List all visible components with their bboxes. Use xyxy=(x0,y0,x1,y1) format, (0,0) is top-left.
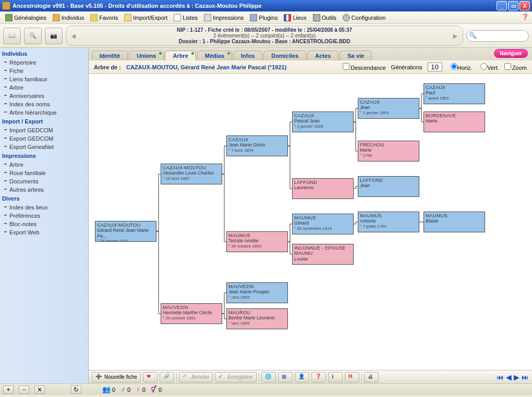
descendance-checkbox[interactable]: Descendance xyxy=(343,63,385,71)
sidebar-item[interactable]: Export Web xyxy=(0,228,88,237)
orientation-horiz[interactable]: Horiz. xyxy=(448,63,473,71)
tree-node[interactable]: CAZAUX-MOUTOUGérard René Jean Marie Pa..… xyxy=(95,221,156,242)
next-record-button-2[interactable]: ▶ xyxy=(514,373,519,381)
menu-configuration[interactable]: Configuration xyxy=(340,13,389,22)
sidebar-item[interactable]: Documents xyxy=(0,177,88,185)
tab-unions[interactable]: Unions xyxy=(129,51,164,60)
sidebar-item[interactable]: Import GEDCOM xyxy=(0,126,88,134)
menu-individus[interactable]: Individus xyxy=(50,13,87,22)
tab-domiciles[interactable]: Domiciles xyxy=(263,51,306,60)
history-button[interactable]: 📖 xyxy=(3,28,21,44)
help-icon[interactable]: ❓ xyxy=(522,14,530,22)
new-record-button[interactable]: ➕Nouvelle fiche xyxy=(92,372,141,382)
menu-impressions[interactable]: Impressions xyxy=(201,13,247,22)
menu-listes[interactable]: Listes xyxy=(171,13,201,22)
tree-node[interactable]: INCONNUE - EPOUSE MAUMULouise xyxy=(292,244,354,265)
tab-identité[interactable]: Identité xyxy=(92,51,128,60)
prev-record-button[interactable]: ◄ xyxy=(69,32,78,40)
status-remove-button[interactable]: − xyxy=(19,386,29,394)
sidebar-item[interactable]: Roue familiale xyxy=(0,169,88,177)
sidebar-item[interactable]: Anniversaires xyxy=(0,92,88,100)
sidebar-item[interactable]: Index des noms xyxy=(0,100,88,108)
menu-import-export[interactable]: Import/Export xyxy=(121,13,171,22)
sidebar-item[interactable]: Arbre hiérarchique xyxy=(0,108,88,117)
last-record-button[interactable]: ⏭ xyxy=(522,373,529,381)
tree-node[interactable]: CAZAUXJean° 1 janvier 1803 xyxy=(358,98,419,119)
menu-genealogies[interactable]: Généalogies xyxy=(2,13,50,22)
plug-icon xyxy=(250,14,257,21)
tool-btn-5[interactable]: ℹ xyxy=(328,372,343,382)
tree-node[interactable]: BORDENAVEMarie xyxy=(424,111,485,132)
search-box[interactable] xyxy=(466,30,529,42)
status-add-button[interactable]: + xyxy=(3,386,14,394)
tree-node[interactable]: LAFFONDLaurence xyxy=(292,178,354,199)
tree-node[interactable]: MAUMUSTelcide Amélie° 28 octobre 1843 xyxy=(226,231,288,252)
maximize-button[interactable]: ▭ xyxy=(508,1,518,10)
menu-plugins[interactable]: Plugins xyxy=(247,13,281,22)
tree-node[interactable]: MAUVEZINHenriette Marthe Cécile° 29 octo… xyxy=(161,303,222,324)
save-button[interactable]: ✔Enregistrer xyxy=(215,372,257,382)
tree-node[interactable]: CAZAUXJean Marie Gézin° 7 août 1854 xyxy=(226,135,288,156)
status-refresh-button[interactable]: ↻ xyxy=(71,386,81,394)
print-button[interactable]: 🖨 xyxy=(364,372,379,382)
tree-node[interactable]: MAUMUSAntoine° 7 juillet 1784 xyxy=(358,212,419,232)
tree-node[interactable]: CAZAUXPaul° avant 1801 xyxy=(424,83,485,104)
tab-infos[interactable]: Infos xyxy=(233,51,262,60)
tool-icon xyxy=(313,14,320,21)
sidebar-item[interactable]: Export GEDCOM xyxy=(0,134,88,143)
tool-btn-4[interactable]: ❓ xyxy=(311,372,326,382)
menu-favoris[interactable]: Favoris xyxy=(87,13,121,22)
close-button[interactable]: X xyxy=(519,1,530,10)
first-record-button[interactable]: ⏮ xyxy=(497,373,504,381)
sidebar-item[interactable]: Index des lieux xyxy=(0,203,88,212)
sidebar-item[interactable]: Export GeneaNet xyxy=(0,143,88,151)
cancel-button[interactable]: ↶Annuler xyxy=(179,372,213,382)
link-button[interactable]: 🔗 xyxy=(160,372,174,382)
tree-canvas[interactable]: CAZAUX-MOUTOUGérard René Jean Marie Pa..… xyxy=(89,74,532,370)
tree-node[interactable]: CAZAUX-MOUTOUAlexandre Louis Charles° 19… xyxy=(161,164,222,184)
tree-node[interactable]: MAUVEZINJean Marie Prosper° vers 1863 xyxy=(226,282,288,303)
search-input[interactable] xyxy=(478,31,525,37)
camera-button[interactable]: 📷 xyxy=(45,28,63,44)
prev-record-button-2[interactable]: ◀ xyxy=(506,373,512,381)
generations-input[interactable] xyxy=(428,63,442,71)
tree-node[interactable]: LAFFONDJean xyxy=(358,176,419,197)
sidebar-item[interactable]: Arbre xyxy=(0,160,88,169)
tree-node[interactable]: FRECHOUMarie° 1799 xyxy=(358,141,419,162)
tree-node[interactable]: CAZAUXPascal Jean° 1 janvier 1826 xyxy=(292,111,354,132)
tab-sa vie[interactable]: Sa vie xyxy=(340,51,372,60)
menu-lieux[interactable]: Lieux xyxy=(281,13,309,22)
sidebar-item[interactable]: Autres arbres xyxy=(0,185,88,194)
sidebar-section-title: Divers xyxy=(0,194,88,203)
female-icon: ♀ xyxy=(136,386,141,393)
menu-outils[interactable]: Outils xyxy=(310,13,340,22)
tool-btn-1[interactable]: 🌐 xyxy=(261,372,276,382)
tree-node[interactable]: MAUMUSGérard° 28 novembre 1814 xyxy=(292,214,354,234)
tab-arbre[interactable]: Arbre xyxy=(165,51,196,60)
tree-root-name: CAZAUX-MOUTOU, Gérard René Jean Marie Pa… xyxy=(126,64,286,70)
sidebar-item[interactable]: Bloc-notes xyxy=(0,220,88,228)
favorite-button[interactable]: ❤ xyxy=(143,372,158,382)
tab-actes[interactable]: Actes xyxy=(307,51,338,60)
zoom-checkbox[interactable]: Zoom xyxy=(504,63,527,71)
tool-btn-h[interactable]: H xyxy=(345,372,359,382)
sidebar-section-title: Impressions xyxy=(0,151,88,160)
tree-node[interactable]: MAUROUBerthe Marie Léontine° vers 1869 xyxy=(226,308,288,329)
tool-btn-3[interactable]: 👤 xyxy=(295,372,309,382)
tab-médias[interactable]: Médias xyxy=(197,51,232,60)
zoom-button[interactable]: 🔍 xyxy=(24,28,42,44)
tool-btn-2[interactable]: ▦ xyxy=(278,372,293,382)
sidebar-item[interactable]: Répertoire xyxy=(0,58,88,67)
tree-node[interactable]: MAUMUSBlaise xyxy=(424,212,485,232)
user-icon: 👤 xyxy=(298,374,306,381)
flag-icon xyxy=(284,14,291,21)
sidebar-item[interactable]: Arbre xyxy=(0,83,88,92)
status-shuffle-button[interactable]: ✕ xyxy=(34,386,45,394)
minimize-button[interactable]: _ xyxy=(497,1,507,10)
next-record-button[interactable]: ► xyxy=(451,32,460,40)
navigate-button[interactable]: Naviguer xyxy=(494,49,528,58)
sidebar-item[interactable]: Fiche xyxy=(0,67,88,75)
sidebar-item[interactable]: Préférences xyxy=(0,212,88,220)
sidebar-item[interactable]: Liens familiaux xyxy=(0,75,88,83)
orientation-vert[interactable]: Vert. xyxy=(477,63,499,71)
